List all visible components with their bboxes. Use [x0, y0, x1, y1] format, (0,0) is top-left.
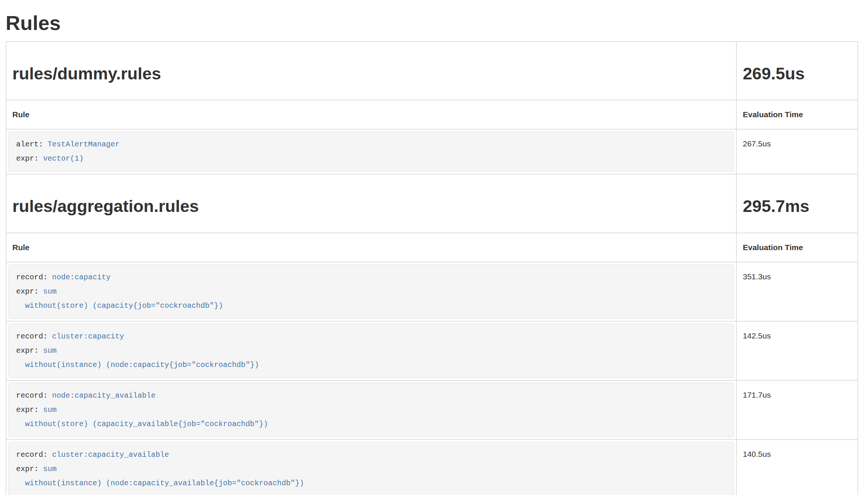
rule-kind-label: record: — [16, 391, 48, 400]
rule-definition: record: cluster:capacity expr: sum witho… — [8, 324, 734, 378]
rule-definition: alert: TestAlertManager expr: vector(1) — [8, 131, 734, 172]
rule-row: record: cluster:capacity_available expr:… — [6, 440, 858, 495]
page-container: Rules rules/dummy.rules 269.5us Rule Eva… — [0, 11, 868, 495]
rule-evaluation-time: 140.5us — [736, 440, 858, 495]
rule-group-file-cell: rules/dummy.rules — [6, 42, 736, 100]
rule-definition-cell: record: node:capacity_available expr: su… — [6, 380, 736, 440]
rule-definition: record: node:capacity_available expr: su… — [8, 383, 734, 437]
rule-group-evaluation-total-cell: 295.7ms — [736, 174, 858, 233]
rule-group-file: rules/aggregation.rules — [12, 197, 730, 216]
rule-expr-link[interactable]: sum without(instance) (node:capacity_ava… — [16, 465, 304, 488]
rule-group-evaluation-total-cell: 269.5us — [736, 42, 858, 100]
rule-group-header-row: rules/dummy.rules 269.5us — [6, 42, 858, 100]
page-title: Rules — [6, 11, 858, 34]
rule-kind-label: record: — [16, 450, 48, 459]
rule-definition: record: node:capacity expr: sum without(… — [8, 264, 734, 319]
rule-column-header: Rule — [6, 233, 736, 262]
rule-definition-cell: record: cluster:capacity expr: sum witho… — [6, 321, 736, 380]
column-header-row: Rule Evaluation Time — [6, 233, 858, 262]
rule-name-link[interactable]: cluster:capacity_available — [52, 450, 169, 459]
expr-label: expr: — [16, 346, 39, 355]
rule-group-file: rules/dummy.rules — [12, 64, 730, 83]
rule-name-link[interactable]: node:capacity_available — [52, 391, 156, 400]
rule-kind-label: record: — [16, 332, 48, 341]
column-header-row: Rule Evaluation Time — [6, 100, 858, 129]
rule-row: record: node:capacity_available expr: su… — [6, 380, 858, 440]
rule-group-file-cell: rules/aggregation.rules — [6, 174, 736, 233]
expr-label: expr: — [16, 287, 39, 296]
rule-name-link[interactable]: TestAlertManager — [48, 140, 120, 149]
evaluation-time-column-header: Evaluation Time — [736, 233, 858, 262]
rule-definition-cell: alert: TestAlertManager expr: vector(1) — [6, 129, 736, 174]
rule-expr-link[interactable]: sum without(store) (capacity_available{j… — [16, 406, 268, 428]
rule-row: record: node:capacity expr: sum without(… — [6, 262, 858, 321]
rule-kind-label: record: — [16, 273, 48, 282]
rule-group-header-row: rules/aggregation.rules 295.7ms — [6, 174, 858, 233]
rule-definition-cell: record: node:capacity expr: sum without(… — [6, 262, 736, 321]
rule-evaluation-time: 171.7us — [736, 380, 858, 440]
rule-name-link[interactable]: cluster:capacity — [52, 332, 124, 341]
rule-group-evaluation-total: 269.5us — [743, 64, 852, 83]
rule-expr-link[interactable]: sum without(instance) (node:capacity{job… — [16, 346, 259, 369]
rule-evaluation-time: 142.5us — [736, 321, 858, 380]
expr-label: expr: — [16, 406, 39, 414]
rule-column-header: Rule — [6, 100, 736, 129]
rule-kind-label: alert: — [16, 140, 43, 149]
rule-row: record: cluster:capacity expr: sum witho… — [6, 321, 858, 380]
rule-name-link[interactable]: node:capacity — [52, 273, 111, 282]
evaluation-time-column-header: Evaluation Time — [736, 100, 858, 129]
rules-table-body: rules/dummy.rules 269.5us Rule Evaluatio… — [6, 42, 858, 495]
rule-expr-link[interactable]: sum without(store) (capacity{job="cockro… — [16, 287, 223, 310]
rule-evaluation-time: 267.5us — [736, 129, 858, 174]
expr-label: expr: — [16, 154, 39, 163]
rule-evaluation-time: 351.3us — [736, 262, 858, 321]
rule-group-evaluation-total: 295.7ms — [743, 197, 852, 216]
rule-expr-link[interactable]: vector(1) — [43, 154, 84, 163]
expr-label: expr: — [16, 465, 39, 473]
rule-row: alert: TestAlertManager expr: vector(1) … — [6, 129, 858, 174]
rule-definition-cell: record: cluster:capacity_available expr:… — [6, 440, 736, 495]
rule-definition: record: cluster:capacity_available expr:… — [8, 442, 734, 495]
rules-table: rules/dummy.rules 269.5us Rule Evaluatio… — [6, 41, 858, 495]
